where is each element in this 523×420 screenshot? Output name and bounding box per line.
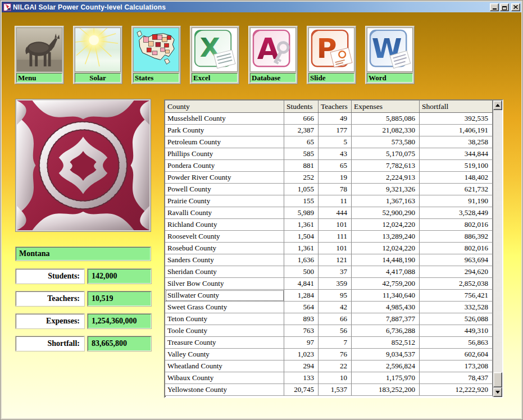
students-value[interactable]: 142,000: [88, 269, 151, 284]
value-cell[interactable]: 802,016: [420, 243, 493, 254]
table-row[interactable]: Powell County1,055789,321,326621,732: [165, 184, 493, 195]
value-cell[interactable]: 666: [284, 113, 319, 125]
value-cell[interactable]: 42,759,200: [352, 278, 420, 290]
table-row[interactable]: Yellowstone County20,7451,537183,252,200…: [165, 384, 493, 396]
column-header-teachers[interactable]: Teachers: [319, 101, 352, 112]
value-cell[interactable]: 4,985,430: [352, 302, 420, 313]
value-cell[interactable]: 1,055: [284, 184, 319, 195]
value-cell[interactable]: 886,392: [420, 231, 493, 243]
value-cell[interactable]: 5,885,086: [352, 113, 420, 125]
table-row[interactable]: Sanders County1,63612114,448,190963,694: [165, 254, 493, 266]
value-cell[interactable]: 12,222,920: [420, 384, 493, 396]
value-cell[interactable]: 763: [284, 325, 319, 337]
value-cell[interactable]: 133: [284, 372, 319, 384]
table-row[interactable]: Wibaux County133101,175,97078,437: [165, 372, 493, 384]
county-cell[interactable]: Richland County: [165, 219, 284, 231]
table-row[interactable]: Treasure County977852,51256,863: [165, 337, 493, 349]
excel-button[interactable]: X Excel: [190, 26, 239, 84]
value-cell[interactable]: 344,844: [420, 148, 493, 160]
county-cell[interactable]: Sweet Grass County: [165, 302, 284, 313]
value-cell[interactable]: 602,604: [420, 349, 493, 360]
county-cell[interactable]: Powder River County: [165, 172, 284, 184]
value-cell[interactable]: 449,310: [420, 325, 493, 337]
value-cell[interactable]: 173,208: [420, 360, 493, 372]
value-cell[interactable]: 56,863: [420, 337, 493, 349]
value-cell[interactable]: 1,284: [284, 290, 319, 302]
value-cell[interactable]: 65: [319, 160, 352, 172]
value-cell[interactable]: 177: [319, 125, 352, 136]
value-cell[interactable]: 5,170,075: [352, 148, 420, 160]
value-cell[interactable]: 66: [319, 313, 352, 325]
table-row[interactable]: Toole County763566,736,288449,310: [165, 325, 493, 337]
county-cell[interactable]: Roosevelt County: [165, 231, 284, 243]
value-cell[interactable]: 78: [319, 184, 352, 195]
expenses-value[interactable]: 1,254,360,000: [88, 314, 151, 328]
county-cell[interactable]: Sheridan County: [165, 266, 284, 278]
close-button[interactable]: [511, 3, 520, 11]
value-cell[interactable]: 802,016: [420, 219, 493, 231]
value-cell[interactable]: 12,024,220: [352, 219, 420, 231]
value-cell[interactable]: 444: [319, 207, 352, 219]
value-cell[interactable]: 6,736,288: [352, 325, 420, 337]
column-header-students[interactable]: Students: [284, 101, 319, 112]
value-cell[interactable]: 3,528,449: [420, 207, 493, 219]
column-header-county[interactable]: County: [165, 101, 284, 112]
value-cell[interactable]: 392,535: [420, 113, 493, 125]
value-cell[interactable]: 893: [284, 313, 319, 325]
column-header-expenses[interactable]: Expenses: [352, 101, 420, 112]
value-cell[interactable]: 1,367,163: [352, 195, 420, 207]
table-row[interactable]: Phillips County585435,170,075344,844: [165, 148, 493, 160]
county-cell[interactable]: Petroleum County: [165, 136, 284, 148]
menu-button[interactable]: Menu: [15, 26, 64, 84]
scroll-down-button[interactable]: [493, 387, 502, 397]
value-cell[interactable]: 526,088: [420, 313, 493, 325]
value-cell[interactable]: 7,782,613: [352, 160, 420, 172]
value-cell[interactable]: 101: [319, 219, 352, 231]
value-cell[interactable]: 294: [284, 360, 319, 372]
county-cell[interactable]: Valley County: [165, 349, 284, 360]
value-cell[interactable]: 1,406,191: [420, 125, 493, 136]
table-row[interactable]: Teton County893667,887,377526,088: [165, 313, 493, 325]
value-cell[interactable]: 9,321,326: [352, 184, 420, 195]
table-row[interactable]: Valley County1,023769,034,537602,604: [165, 349, 493, 360]
titlebar[interactable]: NILGAI Solar Power County-level Calculat…: [2, 2, 521, 12]
solar-button[interactable]: Solar: [73, 26, 122, 84]
table-row[interactable]: Ravalli County5,98944452,900,2903,528,44…: [165, 207, 493, 219]
slide-button[interactable]: P Slide: [307, 26, 356, 84]
county-cell[interactable]: Teton County: [165, 313, 284, 325]
value-cell[interactable]: 852,512: [352, 337, 420, 349]
value-cell[interactable]: 11: [319, 195, 352, 207]
value-cell[interactable]: 52,900,290: [352, 207, 420, 219]
value-cell[interactable]: 1,504: [284, 231, 319, 243]
value-cell[interactable]: 332,528: [420, 302, 493, 313]
value-cell[interactable]: 183,252,200: [352, 384, 420, 396]
value-cell[interactable]: 5: [319, 136, 352, 148]
table-row[interactable]: Sweet Grass County564424,985,430332,528: [165, 302, 493, 313]
value-cell[interactable]: 10: [319, 372, 352, 384]
county-cell[interactable]: Toole County: [165, 325, 284, 337]
value-cell[interactable]: 2,852,038: [420, 278, 493, 290]
county-cell[interactable]: Musselshell County: [165, 113, 284, 125]
county-cell[interactable]: Silver Bow County: [165, 278, 284, 290]
table-row[interactable]: Powder River County252192,224,913148,402: [165, 172, 493, 184]
states-button[interactable]: States: [131, 26, 181, 84]
value-cell[interactable]: 19: [319, 172, 352, 184]
value-cell[interactable]: 22: [319, 360, 352, 372]
table-row[interactable]: Park County2,38717721,082,3301,406,191: [165, 125, 493, 136]
table-row[interactable]: Silver Bow County4,84135942,759,2002,852…: [165, 278, 493, 290]
county-cell[interactable]: Yellowstone County: [165, 384, 284, 396]
column-header-shortfall[interactable]: Shortfall: [420, 101, 493, 112]
value-cell[interactable]: 7,887,377: [352, 313, 420, 325]
table-row[interactable]: Prairie County155111,367,16391,190: [165, 195, 493, 207]
shortfall-value[interactable]: 83,665,800: [88, 336, 151, 351]
value-cell[interactable]: 148,402: [420, 172, 493, 184]
value-cell[interactable]: 95: [319, 290, 352, 302]
table-row[interactable]: Musselshell County666495,885,086392,535: [165, 113, 493, 125]
county-cell[interactable]: Park County: [165, 125, 284, 136]
maximize-button[interactable]: [500, 3, 509, 11]
value-cell[interactable]: 121: [319, 254, 352, 266]
value-cell[interactable]: 1,023: [284, 349, 319, 360]
county-cell[interactable]: Pondera County: [165, 160, 284, 172]
value-cell[interactable]: 4,841: [284, 278, 319, 290]
value-cell[interactable]: 49: [319, 113, 352, 125]
